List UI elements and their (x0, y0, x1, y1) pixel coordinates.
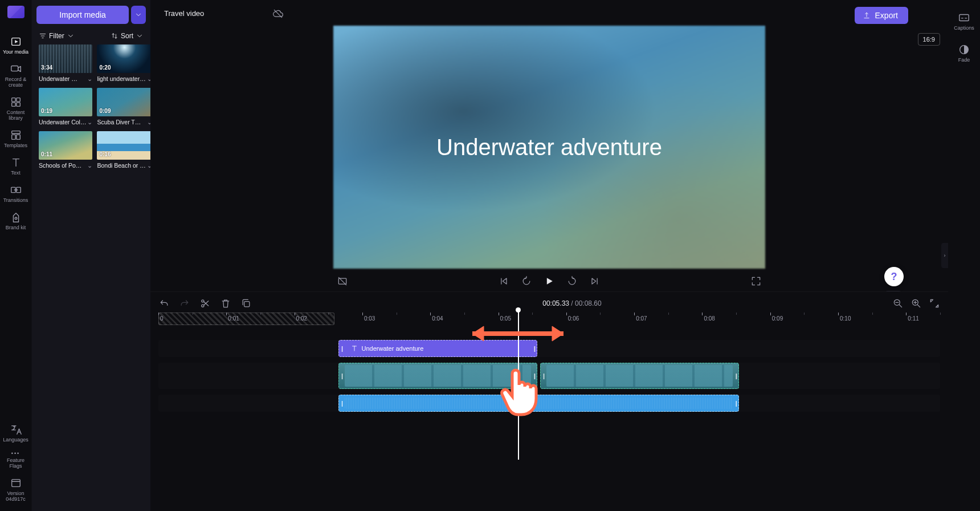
clip-handle-left[interactable]: || (339, 395, 345, 411)
captions-icon (958, 11, 970, 24)
skip-end-button[interactable] (589, 275, 601, 287)
video-clip-2[interactable]: || || (540, 363, 740, 389)
media-thumb: 0:19 (39, 88, 92, 116)
media-name: Bondi Beach or … ⌄ (97, 162, 152, 169)
media-clip[interactable]: 0:09 Scuba Diver T… ⌄ (97, 88, 152, 125)
stage: Export 16:9 Underwater adventure (150, 0, 948, 511)
media-clip[interactable]: 0:20 light underwater… ⌄ (97, 44, 152, 82)
library-icon (10, 96, 22, 108)
svg-rect-2 (11, 66, 18, 71)
templates-icon (10, 129, 22, 141)
play-button[interactable] (544, 275, 555, 287)
svg-rect-24 (959, 15, 969, 21)
clip-handle-right[interactable]: || (531, 363, 537, 388)
rail-feature-flags[interactable]: ••• Feature Flags (0, 447, 31, 472)
rail-brand-kit[interactable]: Brand kit (0, 208, 31, 234)
media-name: Underwater … ⌄ (39, 75, 92, 82)
clip-handle-right[interactable]: || (733, 363, 738, 388)
app-logo (7, 6, 24, 18)
skip-start-button[interactable] (498, 275, 509, 287)
duplicate-button[interactable] (240, 298, 252, 309)
svg-rect-13 (11, 480, 20, 487)
clip-handle-left[interactable]: || (339, 363, 345, 388)
collapse-right-panel[interactable]: › (941, 243, 948, 268)
rail-your-media[interactable]: Your media (0, 32, 31, 58)
media-thumb: 0:20 (97, 44, 152, 73)
media-clip[interactable]: 0:11 Schools of Po… ⌄ (39, 131, 92, 169)
media-duration: 0:16 (99, 151, 111, 157)
filter-button[interactable]: Filter (39, 32, 75, 40)
rail-transitions[interactable]: Transitions (0, 180, 31, 206)
filter-icon (39, 32, 47, 40)
fullscreen-button[interactable] (750, 275, 762, 287)
svg-rect-3 (11, 98, 15, 102)
rrail-captions[interactable]: Captions (948, 8, 980, 34)
rail-text[interactable]: Text (0, 153, 31, 179)
rail-languages[interactable]: Languages (0, 420, 31, 446)
split-button[interactable] (199, 298, 211, 309)
audio-track[interactable]: || || (158, 395, 940, 412)
rail-record-create[interactable]: Record & create (0, 59, 31, 91)
chevron-down-icon (136, 32, 144, 40)
svg-marker-23 (552, 326, 564, 341)
export-button[interactable]: Export (855, 7, 908, 24)
cloud-sync-icon[interactable] (272, 8, 284, 19)
right-rail: Captions Fade (948, 0, 980, 511)
zoom-out-button[interactable] (892, 298, 904, 309)
svg-marker-1 (15, 40, 18, 43)
clip-handle-right[interactable]: || (531, 340, 537, 356)
rail-content-library[interactable]: Content library (0, 92, 31, 124)
version-icon (10, 477, 22, 489)
media-name: light underwater… ⌄ (97, 75, 152, 82)
delete-button[interactable] (220, 298, 231, 309)
media-duration: 0:20 (99, 64, 111, 71)
zoom-in-button[interactable] (910, 298, 922, 309)
media-clip[interactable]: 0:16 Bondi Beach or … ⌄ (97, 131, 152, 169)
timecode: 00:05.33 / 00:08.60 (261, 299, 883, 307)
media-thumb: 0:11 (39, 131, 92, 160)
import-media-dropdown[interactable] (131, 6, 146, 24)
svg-rect-5 (11, 103, 15, 106)
svg-point-12 (15, 217, 17, 220)
undo-button[interactable] (158, 298, 170, 309)
help-button[interactable]: ? (884, 267, 904, 286)
media-panel: Import media Filter Sort 3:34 Underwater (32, 0, 150, 511)
brandkit-icon (10, 211, 22, 224)
rrail-fade[interactable]: Fade (948, 40, 980, 66)
clip-handle-right[interactable]: || (733, 395, 738, 411)
redo-button[interactable] (179, 298, 190, 309)
forward-button[interactable] (566, 275, 578, 287)
media-duration: 0:19 (41, 108, 52, 114)
aspect-ratio-button[interactable]: 16:9 (918, 33, 940, 46)
safe-zones-toggle[interactable] (337, 275, 348, 287)
clip-handle-left[interactable]: || (339, 340, 345, 356)
media-thumb: 0:09 (97, 88, 152, 116)
svg-rect-18 (244, 302, 250, 307)
fade-icon (958, 43, 970, 56)
media-duration: 0:11 (41, 151, 52, 157)
media-thumb: 3:34 (39, 44, 92, 73)
project-name-input[interactable] (158, 6, 266, 21)
media-clip[interactable]: 3:34 Underwater … ⌄ (39, 44, 92, 82)
time-ruler[interactable]: 00:010:020:030:040:050:060:070:080:090:1… (158, 313, 940, 325)
text-track[interactable]: || Underwater adventure || (158, 340, 940, 357)
text-clip[interactable]: || Underwater adventure || (338, 340, 538, 357)
record-icon (10, 63, 22, 75)
video-clip-1[interactable]: || || (338, 363, 538, 389)
rail-version[interactable]: Version 04d917c (0, 473, 31, 505)
svg-rect-9 (16, 135, 19, 139)
fit-timeline-button[interactable] (929, 298, 940, 309)
chevron-down-icon (134, 11, 142, 19)
sort-button[interactable]: Sort (111, 32, 144, 40)
rail-templates[interactable]: Templates (0, 125, 31, 152)
languages-icon (10, 423, 22, 436)
clip-handle-left[interactable]: || (541, 363, 546, 388)
svg-rect-7 (11, 131, 20, 134)
text-icon (350, 344, 358, 352)
rewind-button[interactable] (521, 275, 532, 287)
media-icon (10, 35, 22, 48)
video-track[interactable]: || || || || (158, 363, 940, 389)
audio-clip[interactable]: || || (338, 395, 740, 412)
import-media-button[interactable]: Import media (36, 6, 129, 24)
media-clip[interactable]: 0:19 Underwater Col… ⌄ (39, 88, 92, 125)
